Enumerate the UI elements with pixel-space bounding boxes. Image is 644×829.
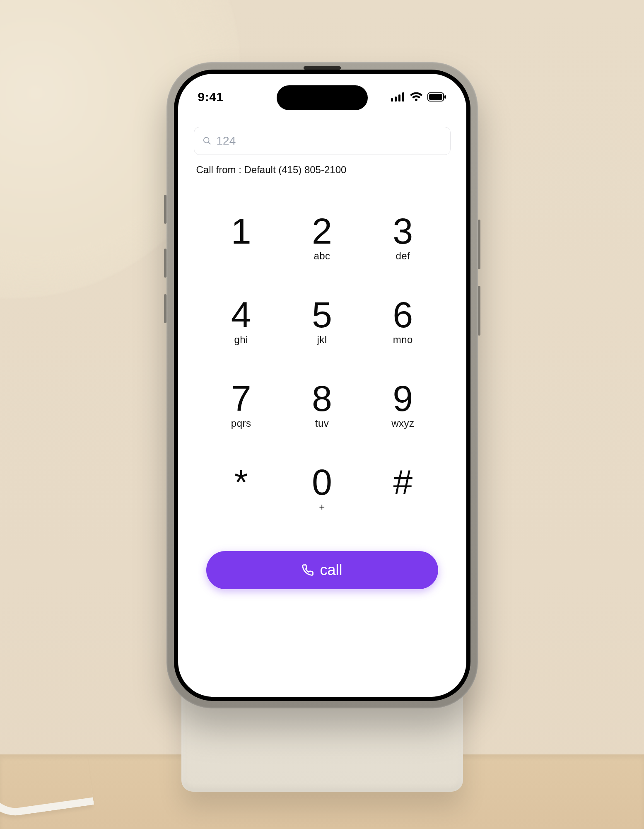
key-digit: 5 [312,297,332,333]
key-9[interactable]: 9 wxyz [364,380,441,442]
key-7[interactable]: 7 pqrs [203,380,280,442]
key-star[interactable]: * [203,464,280,526]
phone-icon [301,564,314,576]
speaker-slit [304,66,341,70]
key-5[interactable]: 5 jkl [284,297,360,359]
search-field[interactable] [217,134,442,147]
key-3[interactable]: 3 def [364,213,441,275]
key-digit: * [234,464,248,500]
key-2[interactable]: 2 abc [284,213,360,275]
key-letters: wxyz [391,418,414,429]
phone-screen: 9:41 [178,74,466,697]
key-letters: mno [393,334,413,346]
key-hash[interactable]: # [364,464,441,526]
battery-icon [427,92,446,102]
key-digit: 1 [231,213,251,249]
dynamic-island [277,85,368,110]
call-button-label: call [320,561,342,579]
key-digit: 6 [393,297,413,333]
key-digit: 4 [231,297,251,333]
key-digit: # [393,464,412,500]
key-0[interactable]: 0 + [284,464,360,526]
keypad: 1 2 abc 3 def 4 ghi [194,213,451,526]
key-digit: 8 [312,380,332,417]
key-6[interactable]: 6 mno [364,297,441,359]
search-icon [203,136,212,145]
key-8[interactable]: 8 tuv [284,380,360,442]
svg-point-7 [203,138,209,143]
svg-rect-6 [444,95,446,99]
cellular-icon [391,92,405,102]
svg-line-8 [208,142,210,145]
key-letters: ghi [234,334,248,346]
search-input[interactable] [194,127,451,155]
key-letters: + [319,501,325,513]
key-letters: jkl [317,334,327,346]
key-letters: def [396,250,410,262]
key-letters: pqrs [231,418,251,429]
call-button[interactable]: call [206,551,438,589]
dialer-app: Call from : Default (415) 805-2100 1 2 a… [178,123,466,697]
key-letters: abc [314,250,330,262]
key-digit: 9 [393,380,413,417]
phone-bezel: 9:41 [174,70,470,701]
status-icons [391,92,446,102]
key-digit: 3 [393,213,413,249]
key-1[interactable]: 1 [203,213,280,275]
svg-rect-5 [429,94,442,100]
svg-rect-0 [391,98,393,102]
svg-rect-3 [402,92,404,102]
phone-frame: 9:41 [166,62,478,708]
key-digit: 7 [231,380,251,417]
call-from-label: Call from : Default (415) 805-2100 [194,164,451,176]
svg-rect-2 [398,94,400,102]
key-4[interactable]: 4 ghi [203,297,280,359]
key-digit: 2 [312,213,332,249]
svg-rect-1 [395,97,397,102]
wifi-icon [410,92,422,102]
status-time: 9:41 [198,90,224,104]
key-digit: 0 [312,464,332,500]
key-letters: tuv [315,418,329,429]
